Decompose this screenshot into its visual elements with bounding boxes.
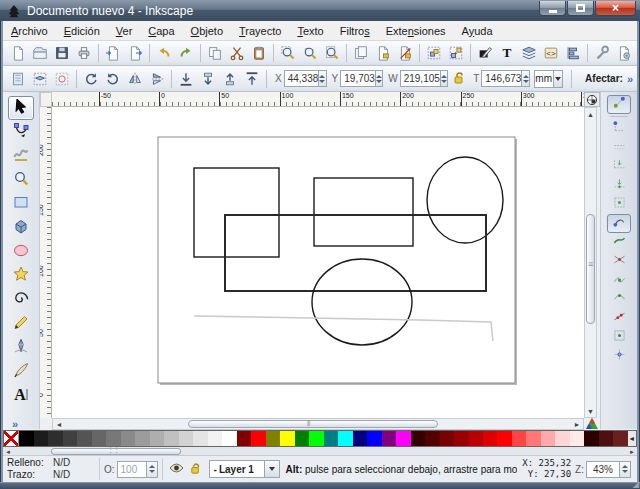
swatch-008080[interactable] [324,431,338,446]
swatch-00ff00[interactable] [309,431,323,446]
swatch-000080[interactable] [353,431,367,446]
zoom-spinner[interactable] [620,461,631,478]
toolbox-more-button[interactable]: » [12,418,18,430]
menu-objeto[interactable]: Objeto [183,22,231,40]
ungroup-button[interactable] [445,42,467,64]
print-document-button[interactable] [73,42,95,64]
y-spinner[interactable] [376,70,383,87]
swatch-9c9c9c[interactable] [135,431,149,446]
rotate-cw-button[interactable] [102,68,124,90]
snap-rotation-centers-button[interactable] [607,347,631,366]
lock-ratio-icon[interactable] [452,71,466,87]
zoom-selection-button[interactable] [277,42,299,64]
snap-smooth-nodes-button[interactable] [607,290,631,309]
layer-dropdown-icon[interactable] [265,460,280,478]
vertical-ruler[interactable]: 200150100500 [40,107,52,418]
preferences-button[interactable] [591,42,613,64]
close-button[interactable]: × [595,1,636,16]
raise-to-top-button[interactable] [241,68,263,90]
swatch-ff0000[interactable] [251,431,265,446]
swatch-ffffff[interactable] [222,431,236,446]
palette-scroll-right-icon[interactable]: ► [627,447,637,456]
spiral-tool[interactable] [8,288,34,312]
node-tool[interactable] [8,120,34,144]
box3d-tool[interactable] [8,216,34,240]
maximize-button[interactable] [567,1,594,16]
scroll-down-icon[interactable]: ▼ [585,405,596,417]
swatch-ff00ff[interactable] [396,431,410,446]
vertical-scroll-thumb[interactable] [586,214,595,324]
swatch-c0c0c0[interactable] [164,431,178,446]
swatch-ff0000[interactable] [497,431,511,446]
snap-bbox-centers-button[interactable] [607,195,631,214]
create-clone-button[interactable] [372,42,394,64]
snap-enable-button[interactable] [607,95,631,114]
swatch-e4e4e4[interactable] [193,431,207,446]
unlink-clone-button[interactable] [394,42,416,64]
layer-visibility-icon[interactable] [169,462,184,476]
select-all-button[interactable] [7,68,29,90]
w-field[interactable]: 219,105 [400,70,441,87]
snap-line-midpoints-button[interactable] [607,309,631,328]
horizontal-scrollbar[interactable]: ◄ ► [52,418,584,430]
swatch-ff4444[interactable] [512,431,526,446]
scroll-up-icon[interactable]: ▲ [585,108,596,120]
horizontal-scroll-thumb[interactable] [188,420,438,428]
text-tool[interactable]: A [8,384,34,408]
snap-bbox-edges-button[interactable] [607,138,631,157]
w-spinner[interactable] [441,70,448,87]
palette-scroll-left-icon[interactable]: ◄ [3,447,13,456]
y-field[interactable]: 19,703 [340,70,376,87]
snap-bbox-corners-button[interactable] [607,157,631,176]
swatch-000000[interactable] [19,431,33,446]
star-tool[interactable] [8,264,34,288]
swatch-770000[interactable] [440,431,454,446]
fill-stroke-indicator[interactable]: Relleno:N/D Trazo:N/D [3,457,95,481]
swatch-6b2020[interactable] [613,431,627,446]
snap-bbox-button[interactable] [607,119,631,138]
tweak-tool[interactable] [8,144,34,168]
swatch-808000[interactable] [266,431,280,446]
swatch-787878[interactable] [106,431,120,446]
swatch-8a8a8a[interactable] [121,431,135,446]
selector-tool[interactable] [8,96,34,120]
import-document-button[interactable] [102,42,124,64]
calligraphy-tool[interactable] [8,360,34,384]
redo-button[interactable] [175,42,197,64]
zoom-field[interactable]: 43% [586,461,620,478]
opacity-field[interactable]: 100 [117,461,147,478]
swatch-404040[interactable] [63,431,77,446]
swatch-008000[interactable] [295,431,309,446]
x-field[interactable]: 44,338 [284,70,320,87]
text-dialog-button[interactable]: T [496,42,518,64]
new-document-button[interactable] [7,42,29,64]
layer-lock-icon[interactable] [189,462,202,477]
menu-ayuda[interactable]: Ayuda [454,22,501,40]
color-managed-view-icon[interactable] [585,417,599,430]
open-document-button[interactable] [29,42,51,64]
duplicate-button[interactable] [350,42,372,64]
menu-capa[interactable]: Capa [140,22,182,40]
export-document-button[interactable] [124,42,146,64]
rotate-ccw-button[interactable] [80,68,102,90]
swatch-550000[interactable] [425,431,439,446]
swatch-800000[interactable] [237,431,251,446]
canvas[interactable] [52,107,584,418]
tool-options-more-button[interactable]: » [627,73,633,85]
menu-edicion[interactable]: Edición [56,22,108,40]
align-dialog-button[interactable] [562,42,584,64]
layers-dialog-button[interactable] [518,42,540,64]
palette-prev-icon[interactable]: ◄ [628,431,636,446]
swatch-none[interactable] [4,431,19,446]
snap-path-intersections-button[interactable] [607,252,631,271]
snap-nodes-button[interactable] [607,214,631,233]
opacity-spinner[interactable] [147,461,158,478]
pencil-tool[interactable] [8,312,34,336]
scroll-left-icon[interactable]: ◄ [53,419,65,429]
menu-texto[interactable]: Texto [289,22,331,40]
menu-trayecto[interactable]: Trayecto [231,22,289,40]
swatch-ffff00[interactable] [280,431,294,446]
deselect-button[interactable] [51,68,73,90]
swatch-d2d2d2[interactable] [179,431,193,446]
swatch-bb0000[interactable] [469,431,483,446]
